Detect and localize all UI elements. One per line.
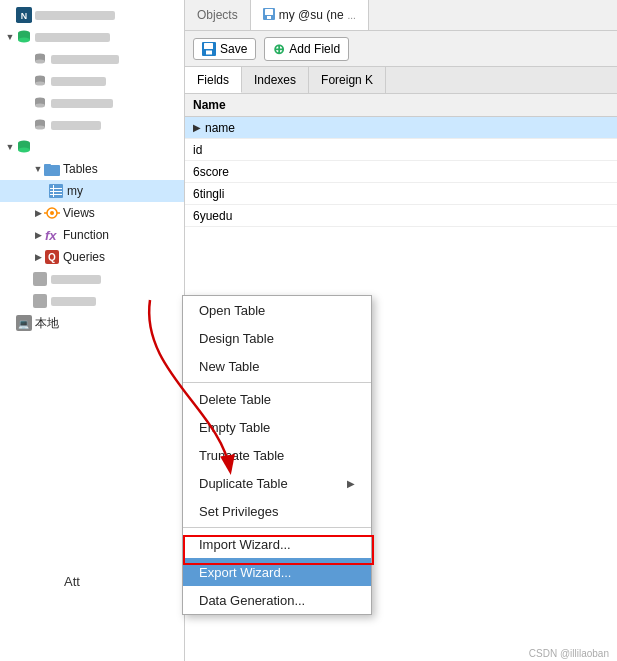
blurred-item-3 (51, 99, 113, 108)
field-6score-value: 6score (193, 165, 229, 179)
tab-fields[interactable]: Fields (185, 67, 242, 93)
local-label: 本地 (35, 315, 59, 332)
add-field-label: Add Field (289, 42, 340, 56)
tree-blurred-item-5[interactable] (0, 268, 184, 290)
field-name-value: name (205, 121, 235, 135)
svg-point-10 (35, 82, 45, 86)
local-item[interactable]: 💻 本地 (0, 312, 184, 334)
menu-separator-2 (183, 527, 371, 528)
views-chevron: ▶ (32, 207, 44, 219)
tab-indexes[interactable]: Indexes (242, 67, 309, 93)
tree-root-item[interactable]: N (0, 4, 184, 26)
menu-separator-1 (183, 382, 371, 383)
green-db-icon (16, 139, 32, 155)
menu-data-generation[interactable]: Data Generation... (183, 586, 371, 614)
views-folder[interactable]: ▶ Views (0, 202, 184, 224)
functions-folder[interactable]: ▶ fx Function (0, 224, 184, 246)
blurred-db-name (35, 33, 110, 42)
my-table-label: my (67, 184, 83, 198)
svg-text:💻: 💻 (18, 318, 30, 330)
duplicate-table-arrow: ▶ (347, 478, 355, 489)
menu-set-privileges[interactable]: Set Privileges (183, 497, 371, 525)
svg-rect-41 (267, 16, 271, 19)
fields-header: Name (185, 94, 617, 117)
svg-point-4 (18, 38, 30, 43)
gray-db-icon-1 (32, 51, 48, 67)
tab-close-area: ... (348, 10, 356, 21)
field-row-name[interactable]: ▶ name (185, 117, 617, 139)
tables-chevron: ▼ (32, 163, 44, 175)
tables-label: Tables (63, 162, 98, 176)
tree-blurred-item-2[interactable] (0, 70, 184, 92)
gray-db-icon-3 (32, 95, 48, 111)
menu-delete-table[interactable]: Delete Table (183, 385, 371, 413)
save-icon (202, 42, 216, 56)
table-icon (48, 183, 64, 199)
menu-export-wizard[interactable]: Export Wizard... (183, 558, 371, 586)
save-label: Save (220, 42, 247, 56)
tree-expand-row[interactable]: ▼ (0, 26, 184, 48)
svg-text:Q: Q (48, 252, 56, 263)
menu-open-table[interactable]: Open Table (183, 296, 371, 324)
menu-truncate-table[interactable]: Truncate Table (183, 441, 371, 469)
functions-label: Function (63, 228, 109, 242)
tree-blurred-item-6[interactable] (0, 290, 184, 312)
views-label: Views (63, 206, 95, 220)
svg-text:N: N (21, 11, 27, 21)
add-field-button[interactable]: ⊕ Add Field (264, 37, 349, 61)
tables-folder[interactable]: ▼ Tables (0, 158, 184, 180)
svg-point-16 (35, 126, 45, 130)
svg-rect-45 (206, 50, 212, 54)
local-icon: 💻 (16, 315, 32, 331)
root-label-blurred (35, 11, 115, 20)
save-tab-icon (263, 8, 275, 20)
tree-blurred-item-3[interactable] (0, 92, 184, 114)
functions-chevron: ▶ (32, 229, 44, 241)
gray-db-icon-4 (32, 117, 48, 133)
tree-blurred-item-4[interactable] (0, 114, 184, 136)
tree-blurred-item-1[interactable] (0, 48, 184, 70)
green-db-chevron: ▼ (4, 141, 16, 153)
my-tab[interactable]: my @su (ne ... (250, 0, 369, 30)
menu-empty-table[interactable]: Empty Table (183, 413, 371, 441)
menu-import-wizard[interactable]: Import Wizard... (183, 530, 371, 558)
blurred-item-5-label (51, 275, 101, 284)
svg-text:fx: fx (45, 228, 57, 242)
my-table-item[interactable]: my (0, 180, 184, 202)
field-6tingli-value: 6tingli (193, 187, 224, 201)
field-row-6score[interactable]: 6score (185, 161, 617, 183)
save-button[interactable]: Save (193, 38, 256, 60)
tree-green-db-row[interactable]: ▼ (0, 136, 184, 158)
field-row-id[interactable]: id (185, 139, 617, 161)
tree-area: N ▼ (0, 0, 184, 338)
queries-folder[interactable]: ▶ Q Queries (0, 246, 184, 268)
folder-icon (44, 161, 60, 177)
svg-rect-39 (265, 9, 273, 15)
field-row-6yuedu[interactable]: 6yuedu (185, 205, 617, 227)
svg-point-19 (18, 148, 30, 153)
blurred-icon-6 (32, 293, 48, 309)
svg-rect-21 (44, 164, 51, 167)
objects-tab[interactable]: Objects (185, 0, 250, 30)
field-tab-bar: Fields Indexes Foreign K (185, 67, 617, 94)
right-toolbar: Save ⊕ Add Field (185, 31, 617, 67)
blurred-item-2 (51, 77, 106, 86)
blurred-item-4 (51, 121, 101, 130)
field-row-6tingli[interactable]: 6tingli (185, 183, 617, 205)
active-row-arrow: ▶ (193, 122, 201, 133)
svg-rect-34 (33, 272, 47, 286)
menu-design-table[interactable]: Design Table (183, 324, 371, 352)
menu-new-table[interactable]: New Table (183, 352, 371, 380)
navicat-icon: N (16, 7, 32, 23)
svg-rect-24 (50, 191, 62, 192)
context-menu: Open Table Design Table New Table Delete… (182, 295, 372, 615)
att-text: Att (64, 574, 80, 589)
views-icon (44, 205, 60, 221)
functions-icon: fx (44, 227, 60, 243)
tab-foreign-key[interactable]: Foreign K (309, 67, 386, 93)
my-tab-label: my @su (ne (279, 8, 344, 22)
svg-rect-26 (53, 185, 54, 197)
blurred-item-6-label (51, 297, 96, 306)
queries-chevron: ▶ (32, 251, 44, 263)
menu-duplicate-table[interactable]: Duplicate Table ▶ (183, 469, 371, 497)
